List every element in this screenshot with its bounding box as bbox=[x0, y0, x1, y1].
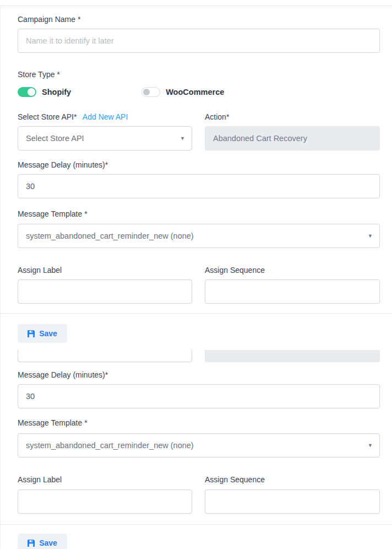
assign-inputs-row bbox=[18, 279, 380, 304]
save-button[interactable]: Save bbox=[18, 324, 67, 343]
message-delay-label: Message Delay (minutes)* bbox=[18, 161, 108, 169]
message-template-select[interactable]: system_abandoned_cart_reminder_new (none… bbox=[18, 224, 380, 248]
assign-label-label: Assign Label bbox=[18, 476, 192, 484]
assign-sequence-label: Assign Sequence bbox=[205, 476, 380, 484]
assign-label-input[interactable] bbox=[18, 279, 192, 304]
store-api-action-row: Select Store API ▼ Abandoned Cart Recove… bbox=[18, 126, 380, 150]
chevron-down-icon: ▼ bbox=[368, 443, 373, 448]
assign-labels-row-2: Assign Label Assign Sequence bbox=[18, 476, 380, 484]
shopify-toggle[interactable] bbox=[18, 87, 36, 97]
chevron-down-icon: ▼ bbox=[368, 234, 373, 239]
message-delay-label: Message Delay (minutes)* bbox=[18, 371, 108, 379]
assign-sequence-input[interactable] bbox=[205, 279, 380, 304]
store-api-select-clipped[interactable] bbox=[18, 350, 192, 362]
action-label: Action* bbox=[205, 113, 229, 121]
message-template-select-value: system_abandoned_cart_reminder_new (none… bbox=[26, 441, 194, 450]
woocommerce-toggle[interactable] bbox=[141, 87, 160, 97]
campaign-form-section: Campaign Name * Store Type * Shopify Woo… bbox=[1, 6, 392, 304]
store-api-select[interactable]: Select Store API ▼ bbox=[18, 126, 192, 150]
store-type-toggles: Shopify WooCommerce bbox=[18, 87, 380, 97]
action-field: Abandoned Cart Recovery bbox=[205, 126, 380, 150]
message-delay-input[interactable] bbox=[18, 174, 380, 198]
message-template-label: Message Template * bbox=[18, 210, 88, 218]
campaign-name-input[interactable] bbox=[18, 29, 380, 53]
chevron-down-icon: ▼ bbox=[180, 136, 185, 141]
toggle-knob bbox=[28, 88, 35, 96]
campaign-name-label: Campaign Name * bbox=[18, 15, 80, 24]
save-button-label: Save bbox=[39, 539, 57, 547]
shopify-toggle-label: Shopify bbox=[42, 88, 71, 96]
action-field-value: Abandoned Cart Recovery bbox=[213, 134, 307, 143]
assign-sequence-label: Assign Sequence bbox=[205, 266, 380, 274]
assign-sequence-input-2[interactable] bbox=[205, 489, 380, 514]
save-icon bbox=[28, 330, 35, 337]
store-type-label: Store Type * bbox=[18, 71, 60, 79]
assign-label-label: Assign Label bbox=[18, 266, 192, 274]
store-api-action-labels: Select Store API* Add New API Action* bbox=[18, 112, 380, 122]
clipped-inputs-row bbox=[18, 350, 380, 362]
assign-label-input-2[interactable] bbox=[18, 489, 192, 514]
form1-footer: Save bbox=[1, 314, 392, 343]
message-delay-input-2[interactable] bbox=[18, 384, 380, 408]
store-api-select-value: Select Store API bbox=[26, 134, 84, 143]
store-api-label: Select Store API* bbox=[18, 113, 77, 121]
save-button-2[interactable]: Save bbox=[18, 534, 67, 549]
campaign-form-section-2: Message Delay (minutes)* Message Templat… bbox=[1, 350, 392, 514]
assign-labels-row: Assign Label Assign Sequence bbox=[18, 266, 380, 274]
save-button-label: Save bbox=[39, 329, 57, 338]
save-icon bbox=[28, 540, 35, 547]
message-template-select-value: system_abandoned_cart_reminder_new (none… bbox=[26, 232, 194, 240]
campaign-form-page: Campaign Name * Store Type * Shopify Woo… bbox=[0, 6, 392, 549]
toggle-knob bbox=[143, 89, 150, 95]
assign-inputs-row-2 bbox=[18, 489, 380, 514]
add-new-api-link[interactable]: Add New API bbox=[83, 112, 128, 121]
woocommerce-toggle-label: WooCommerce bbox=[166, 88, 224, 96]
message-template-select-2[interactable]: system_abandoned_cart_reminder_new (none… bbox=[18, 433, 380, 458]
form2-footer: Save bbox=[1, 525, 392, 549]
action-field-clipped bbox=[205, 350, 380, 362]
message-template-label: Message Template * bbox=[18, 419, 88, 427]
